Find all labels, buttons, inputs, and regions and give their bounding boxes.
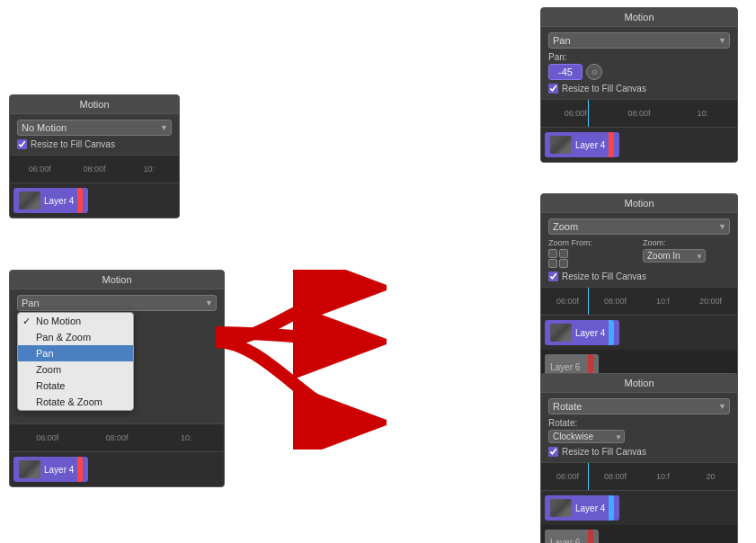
motion-select-rm[interactable]: Zoom: [548, 218, 730, 235]
menu-item-rotate-zoom[interactable]: Rotate & Zoom: [18, 394, 133, 410]
motion-panel-right-bot: Motion Rotate ▼ Rotate: Clockwise ▼ Resi…: [540, 373, 738, 543]
layer-clip-rm[interactable]: Layer 4: [545, 320, 619, 345]
clip-thumb-topleft: [19, 191, 40, 209]
menu-item-pan-zoom[interactable]: Pan & Zoom: [18, 329, 133, 345]
menu-item-pan[interactable]: Pan: [18, 345, 133, 361]
motion-panel-right-mid: Motion Zoom ▼ Zoom From:: [540, 193, 738, 385]
layer-clip-bottomleft[interactable]: Layer 4: [13, 457, 88, 482]
menu-item-zoom[interactable]: Zoom: [18, 361, 133, 378]
motion-dropdown-menu[interactable]: No Motion Pan & Zoom Pan Zoom Rotate Rot…: [17, 312, 134, 411]
time-rt-3: 10:: [672, 109, 734, 118]
clip-end-rt: [609, 132, 614, 157]
timeline-rb: 06:00f 08:00f 10:f 20: [541, 462, 737, 491]
time-rm-2: 08:00f: [592, 297, 638, 306]
motion-dropdown-rb[interactable]: Rotate ▼: [548, 398, 730, 414]
clip-thumb-rm: [550, 324, 572, 342]
dial-icon[interactable]: ⊙: [586, 64, 602, 80]
resize-checkbox-row: Resize to Fill Canvas: [17, 139, 172, 149]
motion-dropdown-rt[interactable]: Pan ▼: [548, 32, 730, 49]
resize-checkbox-rm[interactable]: [548, 272, 558, 281]
motion-select-topleft[interactable]: No Motion: [17, 120, 172, 136]
resize-label-rm: Resize to Fill Canvas: [562, 272, 646, 281]
timeline-rt: 06:00f 08:00f 10:: [541, 99, 737, 128]
resize-label-rb: Resize to Fill Canvas: [562, 447, 646, 457]
layer-name-rm: Layer 4: [575, 328, 605, 338]
motion-dropdown-topleft[interactable]: No Motion ▼: [17, 120, 172, 136]
panel-header-rm: Motion: [541, 194, 737, 213]
motion-panel-bottomleft: Motion Pan ▼ No Motion Pan & Zoom Pan Zo…: [9, 270, 225, 487]
arrow-to-right-bot: [198, 324, 387, 450]
layer-track-rb: Layer 4: [541, 491, 737, 525]
menu-item-rotate[interactable]: Rotate: [18, 378, 133, 394]
clip-end-rb: [609, 495, 614, 521]
zoom-cb-4[interactable]: [559, 259, 568, 268]
resize-checkbox-rt[interactable]: [548, 84, 558, 93]
layer-clip-rb[interactable]: Layer 4: [545, 495, 619, 521]
timeline-cursor-rm: [588, 288, 589, 315]
resize-checkbox-rb[interactable]: [548, 447, 558, 457]
motion-dropdown-rm[interactable]: Zoom ▼: [548, 218, 730, 235]
zoom-from-label: Zoom From:: [548, 238, 636, 247]
time-rt-2: 08:00f: [609, 109, 671, 118]
time-bl-1: 06:00f: [13, 433, 81, 442]
layer-name-rb: Layer 4: [575, 503, 605, 513]
time-3: 10:: [122, 165, 175, 174]
time-rb-3: 10:f: [640, 472, 686, 481]
time-rt-1: 06:00f: [545, 109, 607, 118]
clip-end-6-rb: [588, 530, 593, 543]
zoom-dropdown-wrapper[interactable]: Zoom In ▼: [643, 249, 706, 263]
panel-header-rb: Motion: [541, 374, 737, 393]
resize-label-rt: Resize to Fill Canvas: [562, 84, 646, 93]
clip-thumb-rb: [550, 499, 572, 517]
pan-label: Pan:: [548, 52, 730, 62]
layer-name-bottomleft: Layer 4: [44, 465, 74, 475]
layer6-name-rb: Layer 6: [550, 538, 580, 544]
clip-thumb-rt: [550, 136, 572, 154]
motion-select-rt[interactable]: Pan: [548, 32, 730, 49]
zoom-cb-3[interactable]: [548, 259, 557, 268]
layer-clip-topleft[interactable]: Layer 4: [13, 188, 88, 213]
panel-header-right-top: Motion: [541, 8, 737, 27]
rotate-dropdown-select[interactable]: Clockwise: [548, 430, 625, 443]
layer-name-rt: Layer 4: [575, 140, 605, 150]
clip-end-topleft: [77, 188, 83, 213]
zoom-cb-2[interactable]: [559, 249, 568, 258]
layer-clip-6-rb[interactable]: Layer 6: [545, 530, 599, 543]
motion-select-rb[interactable]: Rotate: [548, 398, 730, 414]
panel-header-topleft: Motion: [10, 95, 179, 114]
layer-track-rm: Layer 4: [541, 316, 737, 350]
layer6-name-rm: Layer 6: [550, 362, 580, 372]
rotate-dropdown-wrapper[interactable]: Clockwise ▼: [548, 430, 625, 443]
layer-track-bottomleft: Layer 4: [10, 452, 224, 486]
motion-panel-right-top: Motion Pan ▼ Pan: ⊙ Resize to Fill Canva…: [540, 7, 738, 163]
motion-panel-topleft: Motion No Motion ▼ Resize to Fill Canvas…: [9, 94, 180, 218]
resize-checkbox-topleft[interactable]: [17, 139, 27, 149]
layer-name-topleft: Layer 4: [44, 196, 74, 206]
clip-end-bottomleft: [77, 457, 83, 482]
time-rb-2: 08:00f: [592, 472, 638, 481]
zoom-from-checkboxes: [548, 249, 636, 268]
time-bl-2: 08:00f: [83, 433, 150, 442]
zoom-dropdown-select[interactable]: Zoom In: [643, 249, 706, 263]
layer-clip-rt[interactable]: Layer 4: [545, 132, 619, 157]
time-rm-1: 06:00f: [545, 297, 591, 306]
resize-checkbox-row-rm: Resize to Fill Canvas: [548, 272, 730, 281]
zoom-cb-1[interactable]: [548, 249, 557, 258]
time-rm-3: 10:f: [640, 297, 686, 306]
panel-header-bottomleft: Motion: [10, 271, 224, 289]
time-1: 06:00f: [13, 165, 67, 174]
motion-dropdown-bottomleft[interactable]: Pan ▼: [17, 295, 217, 311]
timeline-rm: 06:00f 08:00f 10:f 20:00f: [541, 287, 737, 316]
timeline-cursor-rb: [588, 463, 589, 490]
time-rm-4: 20:00f: [688, 297, 734, 306]
menu-item-no-motion[interactable]: No Motion: [18, 313, 133, 329]
time-rb-4: 20: [688, 472, 734, 481]
pan-value-input[interactable]: [548, 64, 583, 80]
clip-thumb-bottomleft: [19, 460, 40, 478]
timeline-cursor-rt: [588, 100, 589, 127]
time-rb-1: 06:00f: [545, 472, 591, 481]
layer-track-rt: Layer 4: [541, 128, 737, 162]
time-2: 08:00f: [68, 165, 121, 174]
motion-select-bottomleft[interactable]: Pan: [17, 295, 217, 311]
resize-label-topleft: Resize to Fill Canvas: [31, 139, 115, 149]
